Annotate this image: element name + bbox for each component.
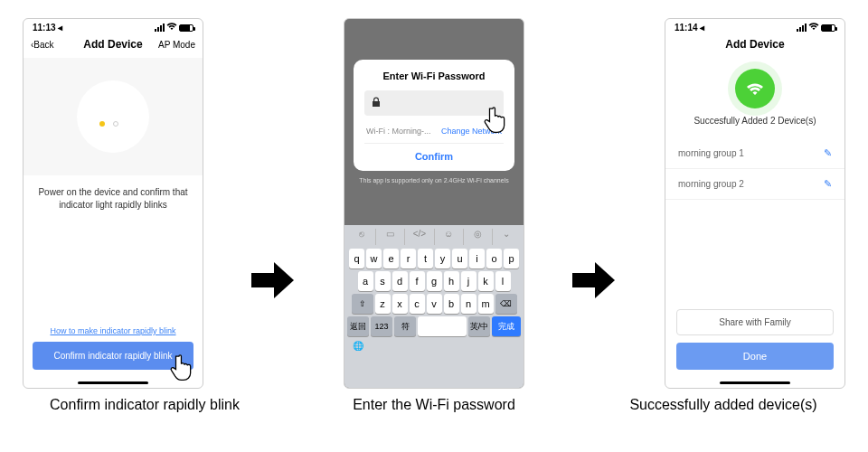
wifi-name-label: Wi-Fi : Morning-...	[366, 127, 431, 136]
key-p[interactable]: p	[504, 249, 519, 268]
key-i[interactable]: i	[469, 249, 485, 268]
key-s[interactable]: s	[375, 271, 391, 291]
confirm-button[interactable]: Confirm	[364, 144, 504, 164]
key-q[interactable]: q	[349, 249, 364, 268]
key-r[interactable]: r	[401, 249, 416, 268]
done-button[interactable]: Done	[676, 343, 834, 370]
key-h[interactable]: h	[444, 271, 459, 291]
pencil-icon[interactable]: ✎	[824, 178, 832, 190]
home-indicator	[720, 381, 790, 384]
page-title: Add Device	[725, 38, 784, 51]
wifi-password-modal: Enter Wi-Fi Password Wi-Fi : Morning-...…	[354, 60, 514, 171]
key-m[interactable]: m	[478, 294, 494, 314]
success-message: Succesfully Added 2 Device(s)	[665, 116, 844, 126]
modal-title: Enter Wi-Fi Password	[364, 71, 504, 81]
help-link[interactable]: How to make indicator rapidly blink	[24, 326, 203, 335]
confirm-blink-button[interactable]: Confirm indicator rapidly blink	[33, 342, 193, 370]
captions-row: Confirm indicator rapidly blink Enter th…	[0, 389, 868, 415]
key-v[interactable]: v	[427, 294, 442, 314]
keyboard-row-3[interactable]: ⇧ zxcvbnm ⌫	[347, 294, 521, 314]
keyboard-row-1[interactable]: qwertyuiop	[347, 249, 521, 268]
share-button[interactable]: Share with Family	[676, 309, 834, 335]
key-e[interactable]: e	[383, 249, 399, 268]
suggestion-bar: ⎋▭</>☺◎⌄	[347, 229, 521, 245]
caption-2: Enter the Wi-Fi password	[307, 396, 561, 415]
key-f[interactable]: f	[410, 271, 425, 291]
globe-icon[interactable]: 🌐	[353, 341, 363, 351]
key-d[interactable]: d	[392, 271, 408, 291]
done-key[interactable]: 完成	[492, 316, 521, 336]
keyboard-row-4[interactable]: 返回 123 符 英/中 完成	[347, 316, 521, 336]
wifi-icon	[166, 23, 177, 33]
back-button[interactable]: ‹Back	[31, 40, 76, 50]
lock-icon	[372, 97, 381, 109]
device-list: morning group 1 ✎ morning group 2 ✎	[665, 138, 844, 200]
key-k[interactable]: k	[478, 271, 494, 291]
key-u[interactable]: u	[452, 249, 467, 268]
caption-1: Confirm indicator rapidly blink	[18, 396, 271, 415]
battery-icon	[179, 24, 193, 32]
device-row: morning group 1 ✎	[665, 138, 844, 169]
indicator-dot-yellow	[99, 121, 105, 127]
pencil-icon[interactable]: ✎	[824, 147, 832, 159]
signal-icon	[155, 24, 165, 32]
signal-icon	[797, 24, 807, 32]
device-name: morning group 1	[678, 148, 744, 158]
home-indicator	[78, 381, 148, 384]
key-w[interactable]: w	[366, 249, 382, 268]
numbers-key[interactable]: 123	[371, 316, 392, 336]
device-name: morning group 2	[678, 179, 744, 189]
nav-bar: Add Device	[665, 34, 844, 58]
key-g[interactable]: g	[427, 271, 442, 291]
key-a[interactable]: a	[358, 271, 373, 291]
key-b[interactable]: b	[444, 294, 459, 314]
success-wifi-icon	[735, 69, 775, 108]
wifi-note: This app is supported only on 2.4GHz Wi-…	[344, 177, 524, 184]
keyboard-row-2[interactable]: asdfghjkl	[347, 271, 521, 291]
password-input[interactable]	[364, 90, 504, 116]
key-z[interactable]: z	[375, 294, 391, 314]
caption-3: Successfully added device(s)	[597, 396, 850, 415]
backspace-key[interactable]: ⌫	[495, 294, 517, 314]
shift-key[interactable]: ⇧	[352, 294, 373, 314]
space-key[interactable]	[418, 316, 467, 336]
status-bar: 11:13 ◂	[24, 19, 203, 34]
change-network-link[interactable]: Change Network	[441, 127, 502, 136]
phone-screen-2: Enter Wi-Fi Password Wi-Fi : Morning-...…	[344, 18, 524, 389]
lang-key[interactable]: 英/中	[468, 316, 490, 336]
ap-mode-link[interactable]: AP Mode	[150, 40, 195, 50]
status-bar: 11:14 ◂	[665, 19, 844, 34]
arrow-icon	[572, 262, 618, 298]
key-o[interactable]: o	[486, 249, 502, 268]
phone-screen-1: 11:13 ◂ ‹Back Add Device AP Mode Power o…	[23, 18, 203, 389]
wifi-icon	[808, 23, 819, 33]
key-t[interactable]: t	[418, 249, 433, 268]
instruction-text: Power on the device and confirm that ind…	[24, 175, 203, 222]
indicator-dot-outline	[113, 121, 118, 127]
page-title: Add Device	[83, 38, 142, 51]
battery-icon	[821, 24, 835, 32]
key-c[interactable]: c	[410, 294, 425, 314]
nav-bar: ‹Back Add Device AP Mode	[24, 34, 203, 58]
indicator-illustration	[24, 58, 203, 175]
arrow-icon	[251, 262, 297, 298]
key-y[interactable]: y	[435, 249, 450, 268]
key-j[interactable]: j	[461, 271, 476, 291]
symbols-key[interactable]: 符	[394, 316, 416, 336]
clock: 11:13	[33, 23, 56, 33]
phone-screen-3: 11:14 ◂ Add Device Succesfully Added 2 D…	[665, 18, 845, 389]
key-n[interactable]: n	[461, 294, 476, 314]
clock: 11:14	[675, 23, 698, 33]
device-row: morning group 2 ✎	[665, 169, 844, 200]
return-key[interactable]: 返回	[347, 316, 369, 336]
keyboard[interactable]: ⎋▭</>☺◎⌄ qwertyuiop asdfghjkl ⇧ zxcvbnm …	[344, 225, 524, 388]
key-x[interactable]: x	[392, 294, 408, 314]
key-l[interactable]: l	[495, 271, 511, 291]
